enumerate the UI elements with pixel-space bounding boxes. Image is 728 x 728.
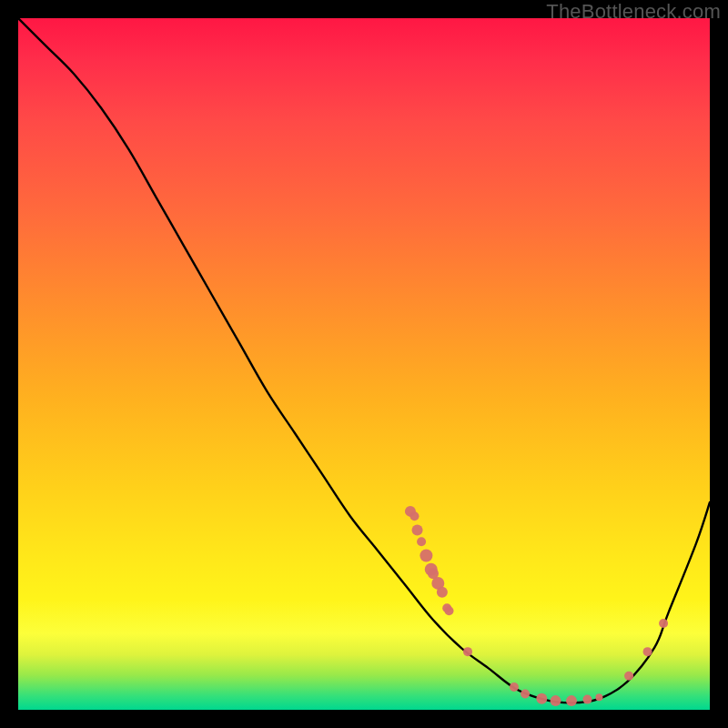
scatter-points: [405, 506, 668, 706]
watermark-text: TheBottleneck.com: [546, 0, 721, 24]
scatter-point: [595, 693, 602, 701]
plot-area: [18, 18, 710, 710]
scatter-point: [566, 695, 577, 706]
bottleneck-curve: [18, 18, 710, 703]
scatter-point: [624, 672, 633, 681]
scatter-point: [551, 695, 561, 706]
scatter-point: [437, 587, 448, 598]
scatter-point: [521, 690, 530, 699]
scatter-point: [536, 693, 547, 704]
chart-overlay: [18, 18, 710, 710]
scatter-point: [510, 682, 519, 692]
scatter-point: [582, 695, 592, 704]
scatter-point: [444, 606, 453, 615]
scatter-point: [420, 550, 432, 562]
scatter-point: [410, 511, 419, 521]
scatter-point: [417, 537, 426, 546]
scatter-point: [659, 619, 668, 628]
scatter-point: [463, 647, 472, 656]
scatter-point: [412, 524, 423, 535]
scatter-point: [643, 647, 652, 656]
